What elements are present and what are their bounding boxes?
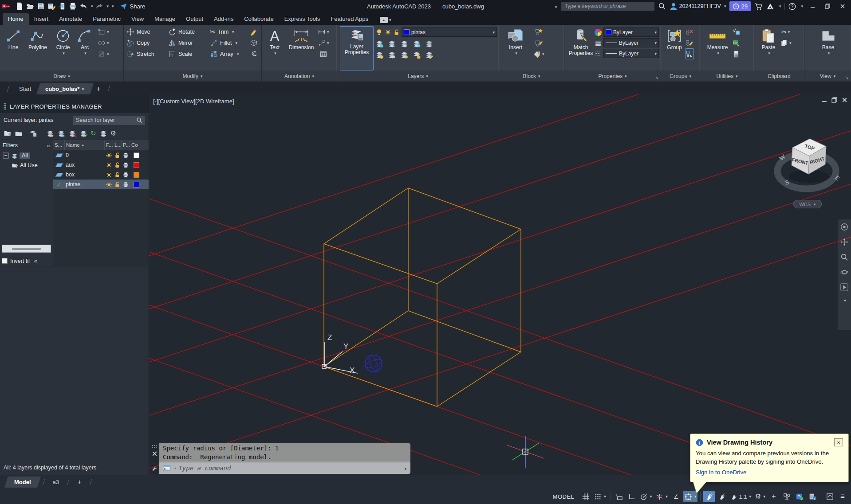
- steering-wheel-icon[interactable]: [840, 223, 848, 231]
- panel-label-view[interactable]: View↘: [804, 70, 851, 82]
- tree-item-all-used[interactable]: All Use: [0, 160, 53, 170]
- command-history[interactable]: Specify radius or [Diameter]: 1Command: …: [159, 443, 410, 462]
- panel-label-annotation[interactable]: Annotation: [262, 70, 337, 82]
- tab-express-tools[interactable]: Express Tools: [279, 13, 326, 25]
- command-close-icon[interactable]: [152, 451, 158, 457]
- grid-display-button[interactable]: [580, 491, 591, 502]
- layout-tab-a3[interactable]: a3: [48, 477, 63, 488]
- view-launcher-icon[interactable]: ↘: [845, 75, 849, 80]
- help-caret-icon[interactable]: [801, 4, 803, 8]
- line-button[interactable]: Line: [3, 26, 24, 70]
- layer-thaw-icon[interactable]: [384, 28, 392, 36]
- arc-button[interactable]: Arc: [75, 26, 95, 70]
- hatch-button[interactable]: [98, 48, 109, 59]
- layer-on-sun-icon[interactable]: [106, 162, 112, 168]
- layer-plain-icon[interactable]: [99, 129, 107, 137]
- layer-lock-icon[interactable]: [413, 39, 421, 48]
- command-expand-icon[interactable]: [404, 465, 407, 471]
- layer-row-aux[interactable]: aux: [53, 160, 149, 170]
- tab-manage[interactable]: Manage: [149, 13, 181, 25]
- annotation-monitor-button[interactable]: +: [768, 491, 780, 502]
- dimension-button[interactable]: Dimension: [285, 26, 318, 70]
- ortho-mode-button[interactable]: [626, 491, 638, 502]
- layer-on-icon[interactable]: [375, 28, 383, 36]
- viewport-minimize-icon[interactable]: [821, 97, 827, 103]
- quick-select-button[interactable]: [732, 26, 740, 37]
- new-drawing-button[interactable]: +: [92, 84, 105, 94]
- array-button[interactable]: Array: [210, 48, 249, 59]
- layer-unlock-icon[interactable]: [393, 29, 400, 36]
- orbit-icon[interactable]: [840, 268, 848, 276]
- construction-lines[interactable]: [149, 94, 851, 475]
- layer-off-icon[interactable]: [375, 51, 384, 59]
- trim-button[interactable]: ✂Trim: [210, 26, 249, 37]
- notification-close-button[interactable]: ×: [834, 438, 843, 446]
- edit-block-button[interactable]: [533, 37, 544, 48]
- collapse-pane-icon[interactable]: «: [34, 258, 37, 264]
- search-expand-icon[interactable]: ▸: [556, 4, 558, 9]
- explode-button[interactable]: [250, 37, 258, 48]
- onedrive-signin-link[interactable]: Sign in to OneDrive: [696, 469, 746, 476]
- isometric-drafting-button[interactable]: [654, 491, 669, 502]
- navbar-caret-icon[interactable]: [844, 298, 846, 303]
- autodesk-caret-icon[interactable]: [779, 4, 781, 8]
- restore-button[interactable]: [822, 2, 833, 11]
- snap-mode-button[interactable]: [593, 491, 607, 502]
- layer-walk-icon[interactable]: [425, 51, 433, 59]
- command-caret-icon[interactable]: [174, 466, 176, 470]
- layer-row-pintas[interactable]: ✓ pintas: [53, 180, 149, 189]
- edit-attributes-button[interactable]: [533, 48, 544, 59]
- table-button[interactable]: [318, 48, 329, 59]
- layer-plot-icon[interactable]: [122, 172, 129, 178]
- tab-featured-apps[interactable]: Featured Apps: [325, 13, 374, 25]
- layer-plot-icon[interactable]: [122, 152, 129, 159]
- layer-color-swatch[interactable]: [134, 172, 139, 178]
- set-current-layer-icon[interactable]: [79, 129, 87, 137]
- panel-label-properties[interactable]: Properties↘: [564, 70, 661, 82]
- autodesk-logo-icon[interactable]: [766, 3, 774, 10]
- ribbon-display-button[interactable]: ▴: [380, 17, 391, 23]
- new-layer-frozen-icon[interactable]: ❄: [57, 129, 65, 137]
- tree-expand-icon[interactable]: [3, 152, 9, 159]
- model-space-button[interactable]: MODEL: [548, 491, 579, 502]
- select-similar-button[interactable]: [732, 37, 740, 48]
- save-as-icon[interactable]: [47, 2, 56, 11]
- command-wrench-icon[interactable]: [152, 465, 158, 471]
- cut-button[interactable]: ✂: [780, 26, 792, 37]
- quick-calc-button[interactable]: [732, 48, 740, 59]
- lineweight-icon[interactable]: [595, 39, 602, 47]
- file-tab-document[interactable]: cubo_bolas* ×: [36, 83, 94, 94]
- tab-view[interactable]: View: [126, 13, 149, 25]
- scale-button[interactable]: Scale: [168, 48, 209, 59]
- panel-label-utilities[interactable]: Utilities: [700, 70, 754, 82]
- layer-search-input[interactable]: Search for layer: [73, 116, 145, 125]
- match-properties-button[interactable]: Match Properties: [567, 26, 595, 70]
- file-tab-close-icon[interactable]: ×: [81, 86, 85, 92]
- linetype-icon[interactable]: [595, 50, 602, 57]
- palette-grip-icon[interactable]: [4, 103, 6, 110]
- layer-states-icon[interactable]: [29, 129, 37, 137]
- search-icon[interactable]: [658, 2, 666, 10]
- viewport-controls-label[interactable]: [-][Custom View][2D Wireframe]: [153, 98, 234, 105]
- layer-combo[interactable]: pintas: [402, 27, 497, 37]
- measure-button[interactable]: Measure: [703, 26, 732, 70]
- object-snap-tracking-button[interactable]: ∠: [670, 491, 682, 502]
- tab-parametric[interactable]: Parametric: [87, 13, 126, 25]
- autoscale-button[interactable]: [716, 491, 728, 502]
- save-icon[interactable]: [36, 2, 45, 11]
- fillet-button[interactable]: Fillet: [210, 37, 249, 48]
- infer-constraints-button[interactable]: [613, 491, 625, 502]
- isolate-objects-button[interactable]: [781, 491, 792, 502]
- workspace-caret-icon[interactable]: [763, 494, 765, 499]
- customization-menu-button[interactable]: ≡: [837, 491, 848, 502]
- autocad-logo-icon[interactable]: ACAD: [2, 2, 11, 11]
- snap-caret-icon[interactable]: [604, 494, 606, 499]
- scale-caret-icon[interactable]: [749, 494, 751, 499]
- offset-button[interactable]: [250, 48, 258, 59]
- layer-color-swatch[interactable]: [134, 152, 139, 158]
- polar-tracking-button[interactable]: [639, 491, 654, 502]
- new-file-icon[interactable]: [15, 2, 24, 11]
- base-button[interactable]: Base: [817, 26, 840, 70]
- tree-h-scrollbar[interactable]: [2, 245, 51, 253]
- create-block-button[interactable]: [533, 26, 544, 37]
